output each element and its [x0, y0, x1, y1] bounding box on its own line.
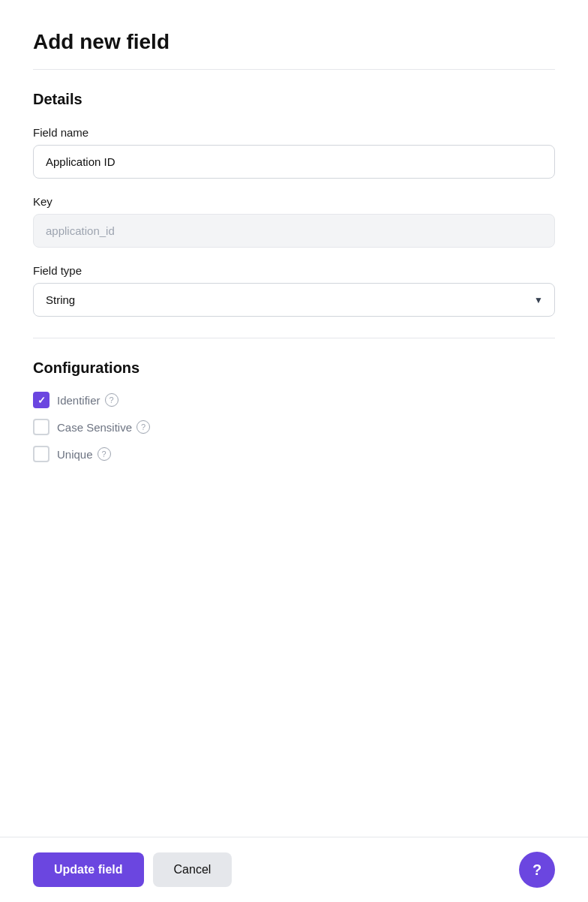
page-title: Add new field — [33, 30, 555, 54]
field-type-select-wrapper: String Number Boolean Date Array ▼ — [33, 283, 555, 317]
configurations-section-title: Configurations — [33, 359, 555, 377]
case-sensitive-help-icon[interactable]: ? — [136, 420, 150, 434]
unique-checkbox[interactable] — [33, 446, 50, 462]
identifier-checkbox-item[interactable]: Identifier ? — [33, 392, 555, 408]
title-divider — [33, 69, 555, 70]
field-name-label: Field name — [33, 126, 555, 139]
page-container: Add new field Details Field name Key Fie… — [0, 0, 588, 902]
field-type-select[interactable]: String Number Boolean Date Array — [33, 283, 555, 317]
case-sensitive-checkbox-item[interactable]: Case Sensitive ? — [33, 419, 555, 435]
unique-help-icon[interactable]: ? — [98, 447, 111, 461]
identifier-checkbox[interactable] — [33, 392, 50, 408]
unique-label: Unique ? — [57, 447, 111, 461]
update-field-button[interactable]: Update field — [33, 852, 144, 887]
content-area: Add new field Details Field name Key Fie… — [0, 0, 588, 837]
checkbox-group: Identifier ? Case Sensitive ? Unique ? — [33, 392, 555, 462]
details-section-title: Details — [33, 91, 555, 108]
field-name-group: Field name — [33, 126, 555, 179]
key-input[interactable] — [33, 214, 555, 248]
field-name-input[interactable] — [33, 145, 555, 179]
case-sensitive-label: Case Sensitive ? — [57, 420, 150, 434]
identifier-label: Identifier ? — [57, 393, 118, 407]
case-sensitive-checkbox[interactable] — [33, 419, 50, 435]
cancel-button[interactable]: Cancel — [153, 852, 232, 887]
field-type-label: Field type — [33, 264, 555, 277]
section-divider — [33, 338, 555, 338]
help-fab-button[interactable]: ? — [519, 852, 555, 888]
identifier-help-icon[interactable]: ? — [105, 393, 118, 407]
unique-checkbox-item[interactable]: Unique ? — [33, 446, 555, 462]
footer: Update field Cancel ? — [0, 837, 588, 902]
key-group: Key — [33, 195, 555, 248]
field-type-group: Field type String Number Boolean Date Ar… — [33, 264, 555, 317]
key-label: Key — [33, 195, 555, 208]
